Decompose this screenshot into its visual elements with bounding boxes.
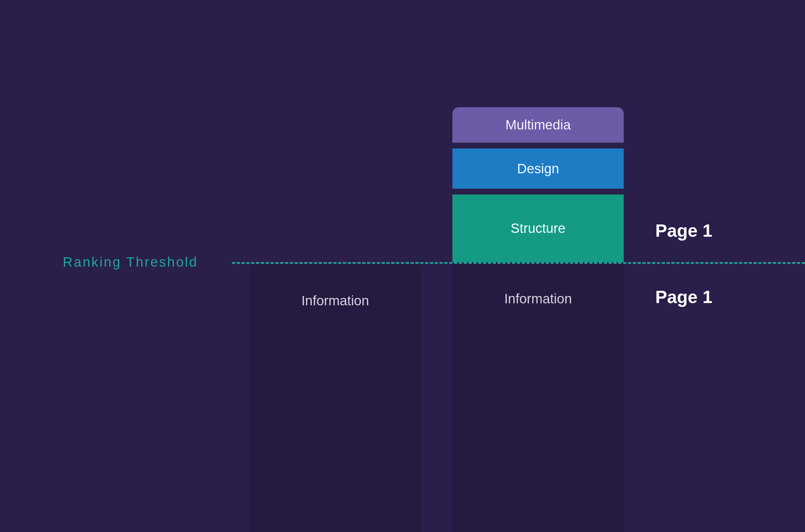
threshold-line bbox=[232, 262, 805, 264]
segment-design: Design bbox=[453, 149, 624, 189]
column-b: Multimedia Design Structure Information bbox=[453, 107, 624, 532]
segment-structure: Structure bbox=[453, 194, 624, 262]
page-label-above: Page 1 bbox=[655, 220, 712, 241]
segment-information: Information bbox=[453, 262, 624, 532]
segment-multimedia: Multimedia bbox=[453, 107, 624, 142]
threshold-label: Ranking Threshold bbox=[63, 254, 198, 270]
column-a: Information bbox=[250, 264, 421, 532]
page-label-below: Page 1 bbox=[655, 287, 712, 307]
segment-information: Information bbox=[250, 264, 421, 532]
